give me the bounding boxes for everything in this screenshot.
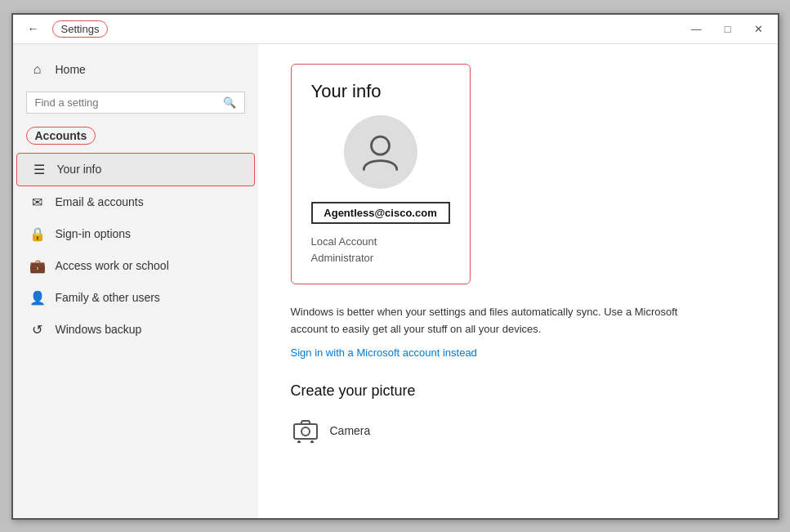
titlebar: ← Settings — □ ✕ [13, 15, 778, 44]
sidebar-item-your-info[interactable]: ☰ Your info [16, 153, 255, 186]
camera-svg [292, 418, 319, 444]
sidebar-signin-label: Sign-in options [56, 227, 132, 240]
briefcase-icon: 💼 [29, 258, 46, 274]
settings-window: ← Settings — □ ✕ ⌂ Home 🔍 Accounts [11, 13, 779, 520]
sidebar-item-backup[interactable]: ↺ Windows backup [13, 314, 258, 346]
sidebar-home-label: Home [56, 63, 86, 76]
your-info-icon: ☰ [31, 162, 47, 177]
svg-rect-1 [294, 424, 317, 439]
avatar [344, 115, 417, 189]
camera-item[interactable]: Camera [291, 413, 745, 449]
titlebar-left: ← Settings [23, 20, 109, 38]
ms-signin-link[interactable]: Sign in with a Microsoft account instead [291, 346, 477, 359]
minimize-button[interactable]: — [686, 21, 707, 37]
email-badge: Agentless@cisco.com [311, 202, 450, 224]
create-picture-section: Create your picture Camera [291, 382, 745, 449]
sidebar: ⌂ Home 🔍 Accounts ☰ Your info ✉ Email & … [13, 44, 258, 518]
svg-point-2 [301, 427, 310, 436]
sidebar-item-signin[interactable]: 🔒 Sign-in options [13, 218, 258, 250]
titlebar-controls: — □ ✕ [686, 21, 768, 37]
your-info-title: Your info [311, 81, 450, 102]
section-accounts-label: Accounts [26, 127, 96, 145]
sidebar-email-label: Email & accounts [56, 195, 144, 208]
sidebar-your-info-label: Your info [57, 163, 102, 176]
sidebar-item-access-work[interactable]: 💼 Access work or school [13, 250, 258, 282]
sidebar-access-label: Access work or school [56, 259, 169, 272]
content-area: ⌂ Home 🔍 Accounts ☰ Your info ✉ Email & … [13, 44, 778, 518]
account-role-label: Administrator [311, 250, 450, 267]
back-button[interactable]: ← [23, 20, 44, 37]
camera-label: Camera [330, 424, 371, 437]
avatar-svg [358, 129, 403, 174]
account-info: Local Account Administrator [311, 234, 450, 268]
sidebar-item-home[interactable]: ⌂ Home [13, 54, 258, 85]
settings-title-badge: Settings [52, 20, 109, 38]
signin-icon: 🔒 [29, 226, 46, 242]
main-content: Your info Agentless@cisco.com Local Acco… [258, 44, 778, 518]
backup-icon: ↺ [29, 322, 46, 338]
sync-message: Windows is better when your settings and… [291, 304, 716, 338]
search-input[interactable] [35, 96, 216, 109]
sidebar-backup-label: Windows backup [56, 323, 142, 336]
sidebar-item-family[interactable]: 👤 Family & other users [13, 282, 258, 314]
email-icon: ✉ [29, 194, 46, 210]
sidebar-search-box[interactable]: 🔍 [26, 92, 245, 114]
close-button[interactable]: ✕ [749, 21, 768, 37]
your-info-card: Your info Agentless@cisco.com Local Acco… [291, 64, 471, 285]
sidebar-family-label: Family & other users [56, 291, 160, 304]
home-icon: ⌂ [29, 62, 46, 77]
sidebar-item-email-accounts[interactable]: ✉ Email & accounts [13, 186, 258, 218]
camera-icon [291, 416, 320, 445]
maximize-button[interactable]: □ [720, 21, 736, 37]
create-picture-title: Create your picture [291, 382, 745, 400]
svg-point-0 [372, 136, 390, 154]
search-icon: 🔍 [223, 96, 236, 109]
family-icon: 👤 [29, 290, 46, 306]
account-type-label: Local Account [311, 234, 450, 251]
